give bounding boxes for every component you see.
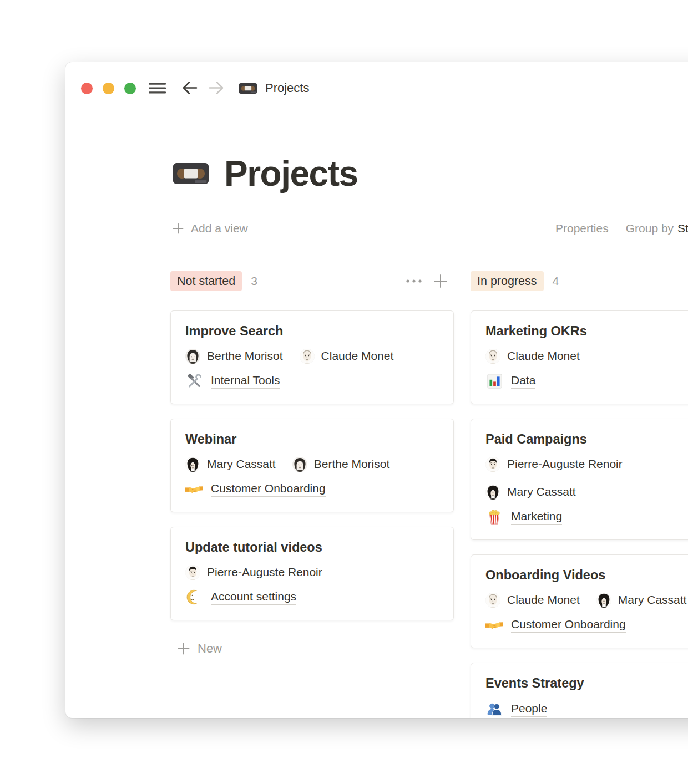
desktop-background: Projects Projects Add a view Properties …: [0, 0, 688, 784]
page-header: Projects: [172, 153, 358, 194]
avatar-pierre-auguste-renoir: [185, 565, 200, 580]
column-count: 3: [251, 274, 257, 288]
app-window: Projects Projects Add a view Properties …: [65, 62, 688, 718]
person-name: Claude Monet: [507, 593, 580, 607]
avatar-mary-cassatt: [485, 485, 500, 500]
person-name: Mary Cassatt: [618, 593, 687, 607]
hammer-wrench-icon: [185, 373, 203, 389]
divider: [164, 254, 688, 254]
properties-button[interactable]: Properties: [555, 222, 609, 235]
person-name: Pierre-Auguste Renoir: [507, 457, 623, 471]
person-berthe-morisot: Berthe Morisot: [292, 456, 390, 472]
relation-row: Account settings: [185, 588, 439, 606]
assignee-list: Pierre-Auguste Renoir: [185, 564, 439, 580]
add-card-icon[interactable]: [433, 273, 448, 289]
forward-arrow-icon[interactable]: [208, 80, 225, 95]
person-claude-monet: Claude Monet: [485, 348, 580, 364]
relation-link-marketing[interactable]: Marketing: [511, 510, 562, 525]
ellipsis-icon[interactable]: [405, 279, 423, 283]
hamburger-menu-icon[interactable]: [149, 82, 166, 95]
column-header: Not started3: [170, 271, 454, 292]
person-mary-cassatt: Mary Cassatt: [485, 484, 688, 500]
relation-link-customer-onboarding[interactable]: Customer Onboarding: [211, 482, 326, 497]
card-improve-search[interactable]: Improve SearchBerthe MorisotClaude Monet…: [170, 310, 454, 404]
board-column-not-started: Not started3Improve SearchBerthe Morisot…: [170, 271, 454, 718]
avatar-claude-monet: [300, 349, 315, 364]
card-webinar[interactable]: WebinarMary CassattBerthe MorisotCustome…: [170, 419, 454, 512]
column-controls: [405, 273, 448, 289]
card-title: Paid Campaigns: [485, 431, 688, 447]
plus-icon: [177, 642, 190, 655]
relation-row: Customer Onboarding: [185, 480, 439, 498]
people-icon: [485, 701, 503, 717]
relation-row: Customer Onboarding: [485, 616, 688, 634]
vhs-tape-icon[interactable]: [172, 161, 210, 186]
card-update-tutorial-videos[interactable]: Update tutorial videosPierre-Auguste Ren…: [170, 527, 454, 620]
relation-link-data[interactable]: Data: [511, 374, 535, 389]
relation-row: Marketing: [485, 508, 688, 526]
assignee-list: Claude Monet: [485, 348, 688, 364]
card-paid-campaigns[interactable]: Paid CampaignsPierre-Auguste RenoirMary …: [471, 419, 688, 540]
vhs-tape-icon: [239, 82, 257, 95]
relation-link-people[interactable]: People: [511, 702, 547, 717]
view-actions: Properties Group byStatus: [555, 222, 688, 235]
handshake-icon: [485, 618, 503, 632]
relation-row: Internal Tools: [185, 372, 439, 390]
breadcrumb-page-title[interactable]: Projects: [265, 81, 309, 95]
person-claude-monet: Claude Monet: [300, 348, 394, 364]
card-onboarding-videos[interactable]: Onboarding VideosClaude MonetMary Cassat…: [471, 554, 688, 648]
card-events-strategy[interactable]: Events StrategyPeople: [471, 663, 688, 718]
person-name: Mary Cassatt: [507, 485, 576, 498]
relation-link-customer-onboarding[interactable]: Customer Onboarding: [511, 618, 626, 633]
plus-icon: [172, 222, 184, 235]
status-badge-not-started[interactable]: Not started: [170, 271, 242, 291]
close-window-button[interactable]: [81, 83, 93, 94]
minimize-window-button[interactable]: [103, 83, 114, 94]
relation-link-account-settings[interactable]: Account settings: [211, 590, 296, 605]
assignee-list: Berthe MorisotClaude Monet: [185, 348, 439, 364]
person-name: Pierre-Auguste Renoir: [207, 566, 322, 579]
view-bar: Add a view Properties Group byStatus: [172, 221, 688, 240]
person-name: Claude Monet: [507, 349, 580, 363]
column-count: 4: [553, 274, 559, 288]
group-by-label: Group by: [626, 222, 674, 235]
back-arrow-icon[interactable]: [181, 80, 198, 95]
relation-row: Data: [485, 372, 688, 390]
popcorn-icon: [485, 508, 503, 525]
relation-row: People: [485, 700, 688, 718]
avatar-berthe-morisot: [292, 457, 307, 472]
window-toolbar: Projects: [65, 62, 688, 99]
handshake-icon: [185, 482, 203, 496]
avatar-mary-cassatt: [185, 457, 200, 472]
board-column-in-progress: In progress4Marketing OKRsClaude MonetDa…: [471, 271, 688, 718]
card-title: Improve Search: [185, 323, 439, 339]
person-mary-cassatt: Mary Cassatt: [185, 456, 276, 472]
avatar-berthe-morisot: [185, 349, 200, 364]
card-title: Webinar: [185, 431, 439, 447]
page-title[interactable]: Projects: [224, 153, 358, 194]
person-pierre-auguste-renoir: Pierre-Auguste Renoir: [185, 564, 322, 580]
crescent-moon-icon: [185, 589, 203, 605]
card-title: Marketing OKRs: [485, 323, 688, 339]
zoom-window-button[interactable]: [124, 83, 136, 94]
new-card-label: New: [198, 642, 222, 656]
add-view-button[interactable]: Add a view: [172, 222, 248, 235]
person-berthe-morisot: Berthe Morisot: [185, 348, 283, 364]
card-marketing-okrs[interactable]: Marketing OKRsClaude MonetData: [471, 310, 688, 404]
person-name: Claude Monet: [321, 349, 394, 363]
person-mary-cassatt: Mary Cassatt: [596, 592, 687, 608]
person-name: Berthe Morisot: [314, 457, 390, 471]
add-view-label: Add a view: [191, 222, 248, 235]
card-title: Events Strategy: [485, 675, 688, 691]
board: Not started3Improve SearchBerthe Morisot…: [170, 271, 688, 718]
card-title: Update tutorial videos: [185, 539, 439, 556]
person-pierre-auguste-renoir: Pierre-Auguste Renoir: [485, 456, 688, 472]
new-card-button[interactable]: New: [177, 642, 454, 656]
group-by-button[interactable]: Group byStatus: [626, 222, 688, 235]
avatar-mary-cassatt: [596, 593, 611, 608]
status-badge-in-progress[interactable]: In progress: [471, 271, 544, 291]
avatar-claude-monet: [485, 349, 500, 364]
assignee-list: Pierre-Auguste RenoirMary Cassatt: [485, 456, 688, 500]
group-by-value: Status: [677, 222, 688, 235]
relation-link-internal-tools[interactable]: Internal Tools: [211, 374, 280, 389]
